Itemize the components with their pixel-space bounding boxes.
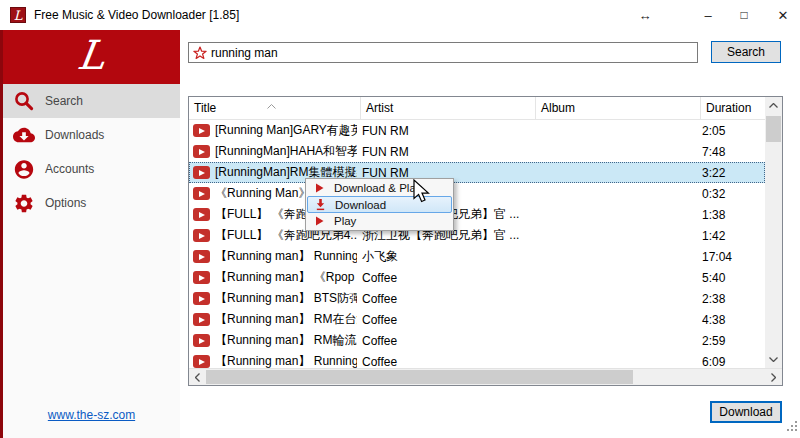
- table-row[interactable]: 【FULL】 《奔跑吧... 浙江卫视【奔跑吧兄弟】官 ... 1:38: [189, 204, 765, 225]
- table-row[interactable]: 【Running man】 Running迷 ... Coffee 6:09: [189, 351, 765, 368]
- table-row[interactable]: 【Running man】 《Rpop STA... Coffee 5:40: [189, 267, 765, 288]
- column-label: Album: [541, 101, 575, 115]
- menu-item-play[interactable]: Play: [307, 213, 452, 229]
- youtube-play-icon: [193, 124, 210, 137]
- scroll-down-icon[interactable]: [765, 351, 782, 368]
- app-icon: L: [10, 7, 26, 23]
- row-duration: 2:05: [697, 124, 765, 138]
- row-artist: Coffee: [357, 271, 532, 285]
- table-row[interactable]: [Running Man]GARY有趣英語 ... FUN RM 2:05: [189, 120, 765, 141]
- sidebar-logo-header: L: [3, 30, 180, 84]
- table-row[interactable]: [RunningMan]HAHA和智孝的 ... FUN RM 7:48: [189, 141, 765, 162]
- content-area: running man Search Title Arti: [180, 30, 800, 438]
- mouse-cursor-icon: [412, 179, 432, 209]
- star-icon[interactable]: [193, 46, 207, 60]
- title-bar: L Free Music & Video Downloader [1.85] ↔…: [0, 0, 800, 30]
- play-icon: [312, 216, 326, 226]
- row-duration: 2:38: [697, 292, 765, 306]
- sidebar-item-label: Options: [45, 196, 86, 210]
- menu-item-label: Download: [335, 199, 386, 211]
- scroll-up-icon[interactable]: [765, 97, 782, 114]
- window-title: Free Music & Video Downloader [1.85]: [34, 8, 239, 22]
- row-title: 【Running man】 RM在台湾...: [210, 311, 357, 328]
- table-header: Title Artist Album Duration: [189, 97, 765, 120]
- sidebar-item-label: Search: [45, 94, 83, 108]
- search-button[interactable]: Search: [711, 41, 781, 63]
- youtube-play-icon: [193, 271, 210, 284]
- scroll-left-icon[interactable]: [189, 369, 206, 385]
- column-header-album[interactable]: Album: [536, 97, 701, 119]
- column-header-title[interactable]: Title: [189, 97, 361, 119]
- row-title: 【Running man】 RM輪流展...: [210, 332, 357, 349]
- sidebar-item-options[interactable]: Options: [3, 186, 180, 220]
- sidebar-item-label: Downloads: [45, 128, 104, 142]
- row-title: 【Running man】 Running迷 ...: [210, 353, 357, 368]
- sidebar-item-label: Accounts: [45, 162, 94, 176]
- youtube-play-icon: [193, 187, 210, 200]
- youtube-play-icon: [193, 334, 210, 347]
- table-row[interactable]: [RunningMan]RM集體模擬給 ... FUN RM 3:22: [189, 162, 765, 183]
- row-duration: 5:40: [697, 271, 765, 285]
- horizontal-scroll-thumb[interactable]: [206, 370, 633, 384]
- resize-grip[interactable]: [787, 418, 798, 436]
- column-header-duration[interactable]: Duration: [701, 97, 765, 119]
- sidebar: L Search Downloads Accounts Options: [0, 30, 180, 438]
- column-label: Duration: [706, 101, 751, 115]
- row-duration: 2:59: [697, 334, 765, 348]
- row-duration: 6:09: [697, 355, 765, 369]
- row-title: 【Running man】 BTS防彈少...: [210, 290, 357, 307]
- row-duration: 4:38: [697, 313, 765, 327]
- maximize-button[interactable]: □: [729, 0, 759, 30]
- play-icon: [312, 183, 326, 193]
- table-row[interactable]: 《Running Man》 E... 0:32: [189, 183, 765, 204]
- vertical-scroll-thumb[interactable]: [766, 116, 781, 142]
- table-row[interactable]: 【Running man】 Running Ma... 小飞象 17:04: [189, 246, 765, 267]
- youtube-play-icon: [193, 229, 210, 242]
- row-artist: Coffee: [357, 355, 532, 369]
- sidebar-item-search[interactable]: Search: [3, 84, 180, 118]
- search-icon: [13, 90, 35, 112]
- row-duration: 17:04: [697, 250, 765, 264]
- youtube-play-icon: [193, 292, 210, 305]
- logo-script-l: L: [75, 35, 107, 75]
- row-title: [Running Man]GARY有趣英語 ...: [210, 122, 357, 139]
- column-header-artist[interactable]: Artist: [361, 97, 536, 119]
- gear-icon: [13, 192, 35, 214]
- menu-item-label: Play: [334, 215, 356, 227]
- row-artist: Coffee: [357, 292, 532, 306]
- table-row[interactable]: 【Running man】 RM在台湾... Coffee 4:38: [189, 309, 765, 330]
- row-title: [RunningMan]HAHA和智孝的 ...: [210, 143, 357, 160]
- youtube-play-icon: [193, 355, 210, 368]
- download-button[interactable]: Download: [710, 401, 782, 423]
- row-artist: 小飞象: [357, 248, 532, 265]
- cloud-download-icon: [13, 124, 35, 146]
- table-body: [Running Man]GARY有趣英語 ... FUN RM 2:05 [R…: [189, 120, 765, 368]
- horizontal-scrollbar[interactable]: [189, 368, 782, 385]
- table-row[interactable]: 【Running man】 RM輪流展... Coffee 2:59: [189, 330, 765, 351]
- youtube-play-icon: [193, 166, 210, 179]
- table-row[interactable]: 【FULL】 《奔跑吧兄弟4... 浙江卫视【奔跑吧兄弟】官 ... 1:42: [189, 225, 765, 246]
- column-label: Title: [194, 101, 216, 115]
- sidebar-item-downloads[interactable]: Downloads: [3, 118, 180, 152]
- menu-item-label: Download & Play: [334, 182, 422, 194]
- scroll-right-icon[interactable]: [765, 369, 782, 385]
- row-duration: 0:32: [697, 187, 765, 201]
- account-icon: [13, 158, 35, 180]
- results-table: Title Artist Album Duration [Running Man…: [188, 96, 783, 386]
- close-button[interactable]: ✕: [768, 0, 798, 30]
- resize-arrows-icon[interactable]: ↔: [630, 0, 660, 30]
- row-artist: FUN RM: [357, 145, 532, 159]
- column-label: Artist: [366, 101, 393, 115]
- download-icon: [313, 198, 327, 211]
- sidebar-item-accounts[interactable]: Accounts: [3, 152, 180, 186]
- row-artist: FUN RM: [357, 124, 532, 138]
- search-input[interactable]: running man: [188, 42, 698, 63]
- website-link[interactable]: www.the-sz.com: [3, 408, 180, 422]
- table-row[interactable]: 【Running man】 BTS防彈少... Coffee 2:38: [189, 288, 765, 309]
- youtube-play-icon: [193, 313, 210, 326]
- minimize-button[interactable]: –: [693, 0, 723, 30]
- row-artist: Coffee: [357, 313, 532, 327]
- row-duration: 7:48: [697, 145, 765, 159]
- row-duration: 3:22: [697, 166, 765, 180]
- vertical-scrollbar[interactable]: [765, 97, 782, 368]
